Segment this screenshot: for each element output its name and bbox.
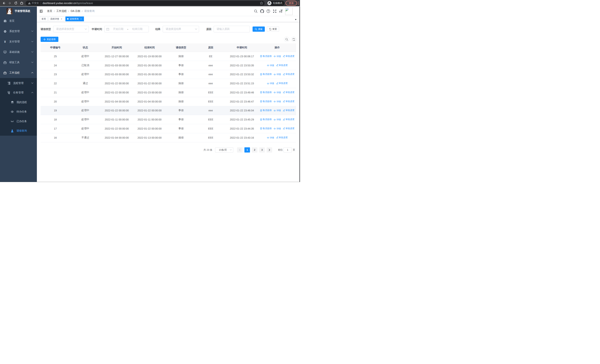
cancel-leave-link[interactable]: 取消请假	[260, 118, 272, 121]
sidebar-toggle-button[interactable]	[37, 7, 46, 16]
pagination-next-button[interactable]	[267, 147, 272, 152]
browser-update-button[interactable]: 更新	[286, 1, 297, 6]
hide-search-button[interactable]	[284, 37, 289, 42]
sidebar-item-done-tasks[interactable]: 已办任务	[0, 117, 37, 126]
browser-menu-button[interactable]	[297, 1, 300, 5]
detail-link[interactable]: 详情	[267, 82, 274, 85]
apply-time-range-picker[interactable]: 开始日期 - 结束日期	[104, 26, 149, 32]
pagination: 共 23 条 10条/页 1 2 3 前往 1 页	[41, 147, 296, 152]
close-icon[interactable]: ×	[80, 18, 82, 20]
sidebar-item-system[interactable]: 系统管理	[0, 26, 37, 37]
sidebar-item-workflow[interactable]: 工作流程	[0, 68, 37, 78]
sidebar-item-payment[interactable]: ¥ 支付管理	[0, 37, 37, 47]
sidebar-item-home[interactable]: 首页	[0, 16, 37, 26]
result-select[interactable]: 请选择流结果	[163, 26, 199, 32]
detail-link[interactable]: 详情	[273, 55, 281, 58]
jump-page-input[interactable]: 1	[283, 147, 292, 152]
monitor-icon	[3, 51, 7, 54]
user-avatar[interactable]	[285, 8, 293, 15]
detail-link[interactable]: 详情	[267, 136, 274, 139]
cancel-leave-link[interactable]: 取消请假	[260, 100, 272, 103]
breadcrumb-oa-example[interactable]: OA 示例	[71, 9, 80, 13]
sidebar-item-my-process[interactable]: 我的流程	[0, 97, 37, 107]
approval-progress-link[interactable]: 审批进度	[283, 73, 294, 76]
cancel-leave-link[interactable]: 取消请假	[260, 73, 272, 76]
detail-link[interactable]: 详情	[267, 64, 274, 67]
table-cell: 2022-01-22 23:51:15	[225, 79, 258, 88]
header-search-button[interactable]	[253, 7, 259, 16]
tag-process-detail[interactable]: 流程详情 ×	[48, 17, 65, 21]
approval-progress-link[interactable]: 审批进度	[276, 136, 288, 139]
close-icon[interactable]: ×	[60, 18, 63, 20]
reason-input[interactable]: 请输入原因	[214, 26, 250, 32]
search-button-label: 搜索	[258, 28, 262, 31]
sidebar-logo[interactable]: 芋道管理系统	[0, 7, 37, 16]
breadcrumb-workflow[interactable]: 工作流程	[56, 9, 67, 13]
sidebar-item-process-mgmt[interactable]: 流程管理	[0, 78, 37, 88]
sidebar-item-devtools[interactable]: 研发工具	[0, 57, 37, 68]
pagination-page-3[interactable]: 3	[259, 147, 265, 152]
reset-button[interactable]: 重置	[267, 27, 279, 32]
avatar-caret-down-icon[interactable]	[295, 19, 297, 20]
detail-link[interactable]: 详情	[273, 127, 281, 130]
approval-progress-link[interactable]: 审批进度	[283, 55, 294, 58]
tag-home[interactable]: 首页	[40, 17, 48, 21]
approval-progress-link[interactable]: 审批进度	[276, 82, 288, 85]
create-leave-button[interactable]: 发起请假	[41, 37, 58, 42]
detail-link[interactable]: 详情	[273, 91, 281, 94]
jump-suffix: 页	[293, 148, 295, 152]
browser-forward-button[interactable]	[8, 1, 12, 5]
col-header-end-time[interactable]: 结束时间	[133, 43, 166, 52]
sidebar-item-todo-tasks[interactable]: 待办任务	[0, 107, 37, 117]
font-size-button[interactable]	[278, 7, 284, 16]
breadcrumb-home[interactable]: 首页	[47, 9, 52, 13]
start-date-placeholder[interactable]: 开始日期	[113, 28, 123, 31]
col-header-status[interactable]: 状态	[70, 43, 101, 52]
col-header-start-time[interactable]: 开始时间	[101, 43, 133, 52]
filter-buttons: 搜索 重置	[253, 27, 279, 32]
leave-type-select[interactable]: 请选择请假类型	[53, 26, 89, 32]
approval-progress-link[interactable]: 审批进度	[283, 109, 294, 112]
address-bar[interactable]: 不安全 dashboard.yudao.iocoder.cn/bpm/oa/le…	[26, 1, 265, 6]
detail-link[interactable]: 详情	[273, 73, 281, 76]
refresh-table-button[interactable]	[291, 37, 296, 42]
col-header-leave-type[interactable]: 请假类型	[166, 43, 196, 52]
sidebar-item-task-mgmt[interactable]: 任务管理	[0, 88, 37, 98]
approval-progress-link[interactable]: 审批进度	[283, 100, 294, 103]
detail-link[interactable]: 详情	[273, 109, 281, 112]
github-link-button[interactable]	[259, 7, 265, 16]
pagination-prev-button[interactable]	[237, 147, 243, 152]
cancel-leave-link[interactable]: 取消请假	[260, 55, 272, 58]
bookmark-star-icon[interactable]	[260, 1, 263, 5]
search-button[interactable]: 搜索	[253, 27, 265, 32]
col-header-id[interactable]: 申请编号	[41, 43, 70, 52]
help-button[interactable]	[265, 7, 272, 16]
approval-progress-link[interactable]: 审批进度	[283, 91, 294, 94]
filter-item-result: 结果 请选择流结果	[150, 26, 199, 32]
calendar-icon	[106, 28, 109, 31]
fullscreen-button[interactable]	[272, 7, 278, 16]
approval-progress-link[interactable]: 审批进度	[276, 64, 288, 67]
col-header-apply-time[interactable]: 申请时间	[225, 43, 258, 52]
tag-leave-query[interactable]: 请假查询 ×	[66, 17, 84, 21]
sidebar-item-leave-query[interactable]: 请假查询	[0, 126, 37, 136]
breadcrumb-separator: /	[54, 10, 55, 13]
end-date-placeholder[interactable]: 结束日期	[132, 28, 142, 31]
page-size-select[interactable]: 10条/页	[215, 147, 233, 152]
approval-progress-link[interactable]: 审批进度	[283, 127, 294, 130]
window-bottom-edge	[0, 182, 300, 182]
pagination-page-2[interactable]: 2	[252, 147, 257, 152]
sidebar-item-infra[interactable]: 基础设施	[0, 47, 37, 57]
col-header-reason[interactable]: 原因	[196, 43, 225, 52]
browser-reload-button[interactable]	[14, 1, 18, 5]
detail-link[interactable]: 详情	[273, 118, 281, 121]
browser-back-button[interactable]	[2, 1, 6, 5]
browser-home-button[interactable]	[20, 1, 24, 5]
tree-table-icon	[7, 82, 10, 85]
approval-progress-link[interactable]: 审批进度	[283, 118, 294, 121]
cancel-leave-link[interactable]: 取消请假	[260, 127, 272, 130]
pagination-page-1[interactable]: 1	[244, 147, 250, 152]
cancel-leave-link[interactable]: 取消请假	[260, 91, 272, 94]
cancel-leave-link[interactable]: 取消请假	[260, 109, 272, 112]
detail-link[interactable]: 详情	[273, 100, 281, 103]
